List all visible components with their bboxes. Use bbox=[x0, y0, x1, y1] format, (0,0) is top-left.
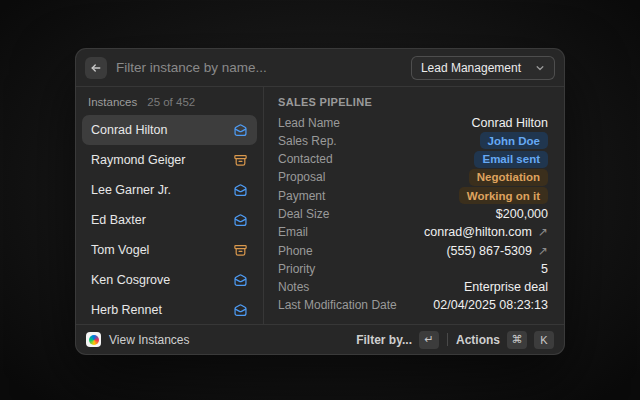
list-item[interactable]: Raymond Geiger bbox=[82, 145, 257, 175]
k-key-icon: K bbox=[534, 331, 554, 349]
detail-value-text: conrad@hilton.com bbox=[424, 225, 532, 239]
detail-row: Deal Size$200,000 bbox=[278, 205, 548, 222]
detail-value-text: Enterprise deal bbox=[464, 280, 548, 294]
detail-rows: Lead NameConrad HiltonSales Rep.John Doe… bbox=[278, 114, 548, 318]
detail-value[interactable]: conrad@hilton.com↗ bbox=[424, 225, 548, 239]
detail-value-text: (555) 867-5309 bbox=[446, 244, 531, 258]
instance-name: Ken Cosgrove bbox=[91, 273, 170, 287]
detail-row: Lead NameConrad Hilton bbox=[278, 114, 548, 131]
instance-name: Herb Rennet bbox=[91, 303, 162, 317]
archive-icon bbox=[233, 243, 248, 258]
detail-label: Last Modification Date bbox=[278, 298, 397, 312]
command-key-icon: ⌘ bbox=[507, 331, 527, 349]
detail-label: Contacted bbox=[278, 152, 333, 166]
detail-row: ProposalNegotiation bbox=[278, 169, 548, 186]
app-logo-icon bbox=[86, 332, 101, 347]
footer-separator bbox=[447, 333, 448, 346]
list-item[interactable]: Tom Vogel bbox=[82, 235, 257, 265]
detail-value-text: Conrad Hilton bbox=[472, 116, 548, 130]
detail-value-text: 02/04/2025 08:23:13 bbox=[433, 298, 548, 312]
detail-value: $200,000 bbox=[496, 207, 548, 221]
filter-by-label: Filter by... bbox=[356, 333, 412, 347]
status-badge: Working on it bbox=[459, 187, 548, 204]
inbox-icon bbox=[233, 303, 248, 318]
filter-by-button[interactable]: Filter by... ↵ bbox=[356, 331, 439, 349]
detail-value: Negotiation bbox=[469, 169, 548, 186]
detail-row: ContactedEmail sent bbox=[278, 151, 548, 168]
list-title: Instances bbox=[88, 96, 137, 108]
detail-value-text: 5 bbox=[541, 262, 548, 276]
detail-row: Emailconrad@hilton.com↗ bbox=[278, 224, 548, 241]
detail-row: Priority5 bbox=[278, 260, 548, 277]
detail-label: Payment bbox=[278, 189, 325, 203]
detail-value: Email sent bbox=[474, 151, 548, 168]
detail-label: Proposal bbox=[278, 170, 325, 184]
collection-dropdown[interactable]: Lead Management bbox=[411, 56, 555, 80]
dropdown-label: Lead Management bbox=[421, 61, 521, 75]
detail-row: Phone(555) 867-5309↗ bbox=[278, 242, 548, 259]
status-badge: Email sent bbox=[474, 151, 548, 168]
detail-value: Enterprise deal bbox=[464, 280, 548, 294]
list-count: 25 of 452 bbox=[147, 96, 195, 108]
list-item[interactable]: Ed Baxter bbox=[82, 205, 257, 235]
external-link-icon: ↗ bbox=[538, 244, 548, 258]
inbox-icon bbox=[233, 123, 248, 138]
detail-label: Email bbox=[278, 225, 308, 239]
back-button[interactable] bbox=[85, 57, 107, 79]
footer-actions: Filter by... ↵ Actions ⌘ K bbox=[356, 331, 554, 349]
instance-name: Ed Baxter bbox=[91, 213, 146, 227]
instances-list: Conrad HiltonRaymond GeigerLee Garner Jr… bbox=[82, 115, 257, 325]
actions-button[interactable]: Actions ⌘ K bbox=[456, 331, 554, 349]
chevron-down-icon bbox=[535, 63, 545, 73]
detail-value: John Doe bbox=[480, 132, 548, 149]
return-key-icon: ↵ bbox=[419, 331, 439, 349]
detail-row: Sales Rep.John Doe bbox=[278, 132, 548, 149]
detail-label: Notes bbox=[278, 280, 309, 294]
detail-value: 02/04/2025 08:23:13 bbox=[433, 298, 548, 312]
actions-label: Actions bbox=[456, 333, 500, 347]
search-input[interactable] bbox=[116, 60, 411, 75]
instance-name: Lee Garner Jr. bbox=[91, 183, 171, 197]
command-palette-window: Lead Management Instances 25 of 452 Conr… bbox=[75, 48, 565, 355]
detail-value-text: $200,000 bbox=[496, 207, 548, 221]
search-bar: Lead Management bbox=[76, 49, 564, 86]
detail-pane: SALES PIPELINE Lead NameConrad HiltonSal… bbox=[264, 87, 564, 324]
archive-icon bbox=[233, 153, 248, 168]
section-title: SALES PIPELINE bbox=[278, 96, 548, 114]
detail-value: 5 bbox=[541, 262, 548, 276]
detail-row: NotesEnterprise deal bbox=[278, 279, 548, 296]
list-item[interactable]: Lee Garner Jr. bbox=[82, 175, 257, 205]
detail-label: Deal Size bbox=[278, 207, 329, 221]
detail-label: Sales Rep. bbox=[278, 134, 337, 148]
list-header: Instances 25 of 452 bbox=[82, 94, 257, 115]
instance-name: Conrad Hilton bbox=[91, 123, 167, 137]
inbox-icon bbox=[233, 273, 248, 288]
list-item[interactable]: Ken Cosgrove bbox=[82, 265, 257, 295]
footer-bar: View Instances Filter by... ↵ Actions ⌘ … bbox=[76, 324, 564, 354]
footer-app-label: View Instances bbox=[109, 333, 190, 347]
instance-name: Raymond Geiger bbox=[91, 153, 186, 167]
detail-value: Working on it bbox=[459, 187, 548, 204]
detail-label: Lead Name bbox=[278, 116, 340, 130]
external-link-icon: ↗ bbox=[538, 225, 548, 239]
detail-value: Conrad Hilton bbox=[472, 116, 548, 130]
instance-name: Tom Vogel bbox=[91, 243, 149, 257]
list-item[interactable]: Herb Rennet bbox=[82, 295, 257, 325]
list-item[interactable]: Conrad Hilton bbox=[82, 115, 257, 145]
status-badge: Negotiation bbox=[469, 169, 548, 186]
detail-label: Phone bbox=[278, 244, 313, 258]
detail-value[interactable]: (555) 867-5309↗ bbox=[446, 244, 548, 258]
instances-list-pane: Instances 25 of 452 Conrad HiltonRaymond… bbox=[76, 87, 263, 324]
detail-row: Last Modification Date02/04/2025 08:23:1… bbox=[278, 297, 548, 314]
footer-app-button[interactable]: View Instances bbox=[86, 332, 190, 347]
status-badge: John Doe bbox=[480, 132, 548, 149]
inbox-icon bbox=[233, 213, 248, 228]
inbox-icon bbox=[233, 183, 248, 198]
arrow-left-icon bbox=[90, 62, 102, 74]
detail-row: PaymentWorking on it bbox=[278, 187, 548, 204]
content-area: Instances 25 of 452 Conrad HiltonRaymond… bbox=[76, 87, 564, 324]
detail-label: Priority bbox=[278, 262, 315, 276]
